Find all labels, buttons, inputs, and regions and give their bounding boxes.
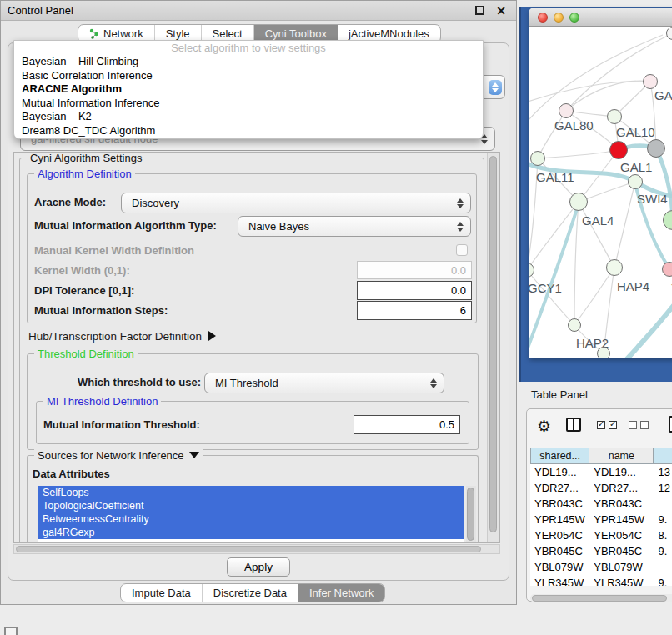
threshold-definition-group: Threshold Definition Which threshold to … (27, 353, 479, 450)
table-body: YDL19...YDL19...13YDR27...YDR27...12YBR0… (530, 464, 672, 586)
attributes-scrollbar[interactable] (466, 486, 476, 543)
float-window-icon[interactable] (475, 6, 484, 15)
control-panel-window: Control Panel ✕ NetworkStyleSelectCyni T… (0, 0, 517, 605)
table-row[interactable]: YER054CYER054C8. (530, 528, 672, 543)
table-row[interactable]: YPR145WYPR145W9. (530, 512, 672, 528)
mac-close-icon[interactable] (538, 12, 548, 22)
dropdown-item[interactable]: Bayesian – K2 (14, 110, 483, 124)
attribute-item-selected[interactable]: BetweennessCentrality (38, 512, 464, 526)
which-threshold-label: Which threshold to use: (78, 376, 201, 388)
cyni-bottom-tabbar: Impute DataDiscretize DataInfer Network (120, 583, 385, 602)
dropdown-hint: Select algorithm to view settings (14, 41, 483, 55)
node-label: GCY1 (529, 281, 562, 295)
attribute-item-selected[interactable]: SelfLoops (38, 486, 464, 499)
mi-steps-label: Mutual Information Steps: (34, 304, 168, 317)
tab-impute-data[interactable]: Impute Data (121, 584, 203, 602)
network-node-gal80[interactable] (559, 103, 574, 118)
spinner-arrows-icon (454, 198, 467, 208)
node-label: GAL11 (536, 170, 574, 184)
close-icon[interactable]: ✕ (496, 3, 506, 18)
network-node-y[interactable] (662, 262, 672, 277)
node-label: SWI4 (637, 192, 668, 206)
select-all-checked-icon[interactable] (597, 421, 617, 429)
sources-group-title[interactable]: Sources for Network Inference (34, 449, 203, 462)
network-window-titlebar (529, 8, 672, 27)
dropdown-item[interactable]: ARACNE Algorithm (14, 82, 483, 97)
network-desktop: GALGAL80GAL10GAL1GAL11SWI4GAL4GCY1HAP4YH… (519, 7, 672, 382)
deselect-all-icon[interactable] (629, 421, 649, 429)
network-node-gal4[interactable] (569, 192, 588, 211)
cyni-toolbox-panel: gal-filtered sif default node Select alg… (8, 42, 509, 581)
kernel-width-field[interactable]: 0.0 (357, 261, 472, 279)
dropdown-item[interactable]: Mutual Information Inference (14, 97, 483, 111)
tab-infer-network[interactable]: Infer Network (298, 584, 384, 602)
mi-type-label: Mutual Information Algorithm Type: (34, 219, 217, 232)
mi-type-combobox[interactable]: Naive Bayes (238, 216, 471, 237)
network-node[interactable] (597, 347, 610, 358)
aracne-mode-label: Aracne Mode: (34, 196, 106, 208)
mac-zoom-icon[interactable] (569, 12, 579, 22)
network-icon (89, 28, 99, 39)
dropdown-item[interactable]: Bayesian – Hill Climbing (14, 55, 483, 69)
manual-kernel-checkbox[interactable] (456, 244, 468, 256)
network-node-hap4[interactable] (606, 259, 623, 276)
mi-threshold-field[interactable]: 0.5 (354, 415, 460, 434)
document-icon[interactable] (669, 416, 672, 432)
spinner-arrows-focused-icon (489, 80, 502, 95)
dpi-tolerance-field[interactable]: 0.0 (357, 281, 472, 300)
apply-button[interactable]: Apply (227, 558, 290, 577)
columns-icon[interactable] (566, 418, 581, 432)
dropdown-item[interactable]: Basic Correlation Inference (14, 69, 483, 83)
network-node-gal10[interactable] (607, 109, 622, 124)
aracne-mode-combobox[interactable]: Discovery (121, 192, 471, 213)
table-column-header[interactable]: shared... (530, 448, 589, 464)
algorithm-dropdown-popup: Select algorithm to view settings Bayesi… (13, 40, 484, 139)
network-node[interactable] (647, 139, 665, 158)
algorithm-definition-group: Algorithm Definition Aracne Mode: Discov… (27, 173, 477, 323)
which-threshold-combobox[interactable]: MI Threshold (204, 372, 444, 393)
network-node-gal11[interactable] (530, 151, 545, 166)
table-row[interactable]: YDL19...YDL19...13 (530, 464, 672, 480)
node-label: HAP4 (617, 279, 649, 293)
gear-icon[interactable]: ⚙ (537, 418, 551, 436)
dropdown-list: Bayesian – Hill ClimbingBasic Correlatio… (14, 55, 483, 138)
sources-group: Sources for Network Inference Data Attri… (27, 455, 479, 543)
control-panel-titlebar: Control Panel ✕ (1, 1, 516, 21)
hub-section-toggle[interactable]: Hub/Transcription Factor Definition (28, 330, 216, 342)
table-row[interactable]: YLR345WYLR345W9. (530, 575, 672, 586)
table-horizontal-scrollbar[interactable] (530, 594, 672, 602)
attribute-item-selected[interactable]: gal4RGexp (38, 526, 464, 539)
table-panel-title: Table Panel (531, 388, 588, 401)
network-canvas[interactable]: GALGAL80GAL10GAL1GAL11SWI4GAL4GCY1HAP4YH… (529, 27, 672, 358)
mi-threshold-group-title: MI Threshold Definition (43, 395, 161, 408)
tab-discretize-data[interactable]: Discretize Data (203, 584, 298, 602)
mac-minimize-icon[interactable] (554, 12, 564, 22)
settings-horizontal-scrollbar[interactable] (13, 544, 500, 554)
table-column-header[interactable]: name (589, 448, 654, 464)
table-header-row: shared...name (530, 448, 672, 464)
application-root: Control Panel ✕ NetworkStyleSelectCyni T… (0, 0, 672, 635)
mi-threshold-label: Mutual Information Threshold: (43, 418, 200, 431)
settings-vertical-scrollbar[interactable] (487, 152, 499, 542)
mi-steps-field[interactable]: 6 (357, 301, 472, 320)
spinner-arrows-icon (454, 222, 467, 232)
network-node-hap2[interactable] (568, 318, 581, 332)
data-attributes-label: Data Attributes (33, 468, 110, 480)
network-node-gal[interactable] (643, 74, 658, 89)
table-row[interactable]: YBR045CYBR045C9. (530, 543, 672, 559)
attribute-item-selected[interactable]: TopologicalCoefficient (38, 499, 464, 512)
data-attributes-list: SelfLoopsTopologicalCoefficientBetweenne… (38, 486, 464, 543)
node-label: GAL4 (582, 213, 614, 228)
dropdown-item[interactable]: Dream8 DC_TDC Algorithm (14, 124, 483, 138)
network-node-gal1[interactable] (609, 141, 628, 159)
cyni-algorithm-settings-title: Cyni Algorithm Settings (27, 152, 145, 164)
table-row[interactable]: YBL079WYBL079W (530, 559, 672, 575)
mi-threshold-group: MI Threshold Definition Mutual Informati… (36, 401, 469, 444)
node-label: GAL (654, 88, 672, 102)
table-row[interactable]: YBR043CYBR043C (530, 496, 672, 512)
network-node-swi4[interactable] (628, 174, 643, 189)
table-row[interactable]: YDR27...YDR27...12 (530, 480, 672, 496)
expand-right-icon (208, 331, 216, 341)
table-column-header[interactable] (654, 448, 672, 464)
node-label: GAL10 (616, 125, 655, 139)
